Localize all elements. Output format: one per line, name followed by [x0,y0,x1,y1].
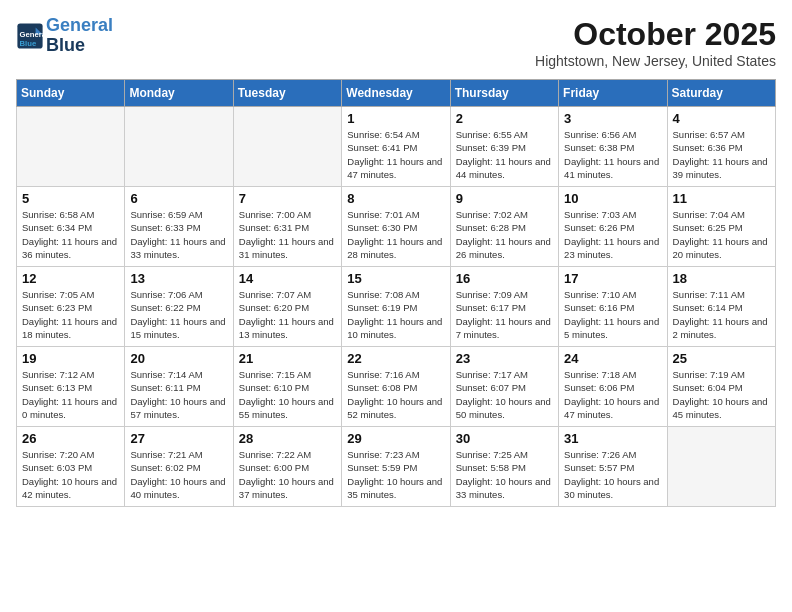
day-number: 30 [456,431,553,446]
page-header: General Blue GeneralBlue October 2025 Hi… [16,16,776,69]
day-info: Sunrise: 6:57 AM Sunset: 6:36 PM Dayligh… [673,128,770,181]
weekday-header-monday: Monday [125,80,233,107]
day-number: 20 [130,351,227,366]
day-number: 10 [564,191,661,206]
calendar-cell [17,107,125,187]
day-number: 17 [564,271,661,286]
calendar-cell [667,427,775,507]
day-number: 25 [673,351,770,366]
day-info: Sunrise: 7:08 AM Sunset: 6:19 PM Dayligh… [347,288,444,341]
day-number: 31 [564,431,661,446]
day-info: Sunrise: 7:14 AM Sunset: 6:11 PM Dayligh… [130,368,227,421]
calendar-week-2: 5Sunrise: 6:58 AM Sunset: 6:34 PM Daylig… [17,187,776,267]
day-number: 14 [239,271,336,286]
day-info: Sunrise: 7:02 AM Sunset: 6:28 PM Dayligh… [456,208,553,261]
calendar-cell: 22Sunrise: 7:16 AM Sunset: 6:08 PM Dayli… [342,347,450,427]
day-info: Sunrise: 7:03 AM Sunset: 6:26 PM Dayligh… [564,208,661,261]
day-info: Sunrise: 7:20 AM Sunset: 6:03 PM Dayligh… [22,448,119,501]
day-info: Sunrise: 7:10 AM Sunset: 6:16 PM Dayligh… [564,288,661,341]
day-number: 15 [347,271,444,286]
calendar-cell: 8Sunrise: 7:01 AM Sunset: 6:30 PM Daylig… [342,187,450,267]
day-info: Sunrise: 7:06 AM Sunset: 6:22 PM Dayligh… [130,288,227,341]
day-number: 2 [456,111,553,126]
weekday-header-wednesday: Wednesday [342,80,450,107]
day-info: Sunrise: 7:01 AM Sunset: 6:30 PM Dayligh… [347,208,444,261]
day-number: 5 [22,191,119,206]
calendar-cell: 14Sunrise: 7:07 AM Sunset: 6:20 PM Dayli… [233,267,341,347]
day-info: Sunrise: 7:09 AM Sunset: 6:17 PM Dayligh… [456,288,553,341]
calendar-cell: 7Sunrise: 7:00 AM Sunset: 6:31 PM Daylig… [233,187,341,267]
day-number: 19 [22,351,119,366]
day-number: 6 [130,191,227,206]
calendar-cell [233,107,341,187]
day-info: Sunrise: 6:54 AM Sunset: 6:41 PM Dayligh… [347,128,444,181]
calendar-cell: 18Sunrise: 7:11 AM Sunset: 6:14 PM Dayli… [667,267,775,347]
day-number: 21 [239,351,336,366]
day-info: Sunrise: 7:19 AM Sunset: 6:04 PM Dayligh… [673,368,770,421]
day-info: Sunrise: 7:04 AM Sunset: 6:25 PM Dayligh… [673,208,770,261]
calendar-cell: 30Sunrise: 7:25 AM Sunset: 5:58 PM Dayli… [450,427,558,507]
day-number: 3 [564,111,661,126]
calendar-table: SundayMondayTuesdayWednesdayThursdayFrid… [16,79,776,507]
day-number: 8 [347,191,444,206]
day-info: Sunrise: 6:56 AM Sunset: 6:38 PM Dayligh… [564,128,661,181]
location: Hightstown, New Jersey, United States [535,53,776,69]
calendar-cell: 13Sunrise: 7:06 AM Sunset: 6:22 PM Dayli… [125,267,233,347]
logo-text: GeneralBlue [46,16,113,56]
calendar-cell: 15Sunrise: 7:08 AM Sunset: 6:19 PM Dayli… [342,267,450,347]
day-number: 22 [347,351,444,366]
day-info: Sunrise: 7:21 AM Sunset: 6:02 PM Dayligh… [130,448,227,501]
calendar-cell: 17Sunrise: 7:10 AM Sunset: 6:16 PM Dayli… [559,267,667,347]
weekday-header-row: SundayMondayTuesdayWednesdayThursdayFrid… [17,80,776,107]
day-info: Sunrise: 7:25 AM Sunset: 5:58 PM Dayligh… [456,448,553,501]
day-info: Sunrise: 7:22 AM Sunset: 6:00 PM Dayligh… [239,448,336,501]
calendar-cell: 5Sunrise: 6:58 AM Sunset: 6:34 PM Daylig… [17,187,125,267]
day-info: Sunrise: 7:12 AM Sunset: 6:13 PM Dayligh… [22,368,119,421]
calendar-cell: 1Sunrise: 6:54 AM Sunset: 6:41 PM Daylig… [342,107,450,187]
calendar-cell: 27Sunrise: 7:21 AM Sunset: 6:02 PM Dayli… [125,427,233,507]
svg-text:Blue: Blue [20,39,37,48]
calendar-week-4: 19Sunrise: 7:12 AM Sunset: 6:13 PM Dayli… [17,347,776,427]
calendar-cell: 16Sunrise: 7:09 AM Sunset: 6:17 PM Dayli… [450,267,558,347]
day-info: Sunrise: 7:15 AM Sunset: 6:10 PM Dayligh… [239,368,336,421]
day-number: 28 [239,431,336,446]
day-info: Sunrise: 7:00 AM Sunset: 6:31 PM Dayligh… [239,208,336,261]
day-info: Sunrise: 7:26 AM Sunset: 5:57 PM Dayligh… [564,448,661,501]
day-info: Sunrise: 7:11 AM Sunset: 6:14 PM Dayligh… [673,288,770,341]
calendar-cell: 21Sunrise: 7:15 AM Sunset: 6:10 PM Dayli… [233,347,341,427]
day-number: 27 [130,431,227,446]
day-number: 29 [347,431,444,446]
calendar-cell: 11Sunrise: 7:04 AM Sunset: 6:25 PM Dayli… [667,187,775,267]
calendar-week-3: 12Sunrise: 7:05 AM Sunset: 6:23 PM Dayli… [17,267,776,347]
day-info: Sunrise: 7:05 AM Sunset: 6:23 PM Dayligh… [22,288,119,341]
calendar-cell: 31Sunrise: 7:26 AM Sunset: 5:57 PM Dayli… [559,427,667,507]
calendar-cell: 3Sunrise: 6:56 AM Sunset: 6:38 PM Daylig… [559,107,667,187]
calendar-cell: 20Sunrise: 7:14 AM Sunset: 6:11 PM Dayli… [125,347,233,427]
calendar-cell: 2Sunrise: 6:55 AM Sunset: 6:39 PM Daylig… [450,107,558,187]
day-number: 23 [456,351,553,366]
calendar-cell: 24Sunrise: 7:18 AM Sunset: 6:06 PM Dayli… [559,347,667,427]
calendar-cell: 25Sunrise: 7:19 AM Sunset: 6:04 PM Dayli… [667,347,775,427]
calendar-cell: 23Sunrise: 7:17 AM Sunset: 6:07 PM Dayli… [450,347,558,427]
day-info: Sunrise: 6:55 AM Sunset: 6:39 PM Dayligh… [456,128,553,181]
calendar-cell: 28Sunrise: 7:22 AM Sunset: 6:00 PM Dayli… [233,427,341,507]
calendar-cell: 29Sunrise: 7:23 AM Sunset: 5:59 PM Dayli… [342,427,450,507]
day-number: 11 [673,191,770,206]
calendar-week-5: 26Sunrise: 7:20 AM Sunset: 6:03 PM Dayli… [17,427,776,507]
weekday-header-saturday: Saturday [667,80,775,107]
calendar-cell [125,107,233,187]
day-number: 4 [673,111,770,126]
day-info: Sunrise: 7:18 AM Sunset: 6:06 PM Dayligh… [564,368,661,421]
weekday-header-friday: Friday [559,80,667,107]
day-number: 13 [130,271,227,286]
weekday-header-thursday: Thursday [450,80,558,107]
day-number: 16 [456,271,553,286]
day-info: Sunrise: 7:16 AM Sunset: 6:08 PM Dayligh… [347,368,444,421]
day-info: Sunrise: 6:58 AM Sunset: 6:34 PM Dayligh… [22,208,119,261]
calendar-cell: 9Sunrise: 7:02 AM Sunset: 6:28 PM Daylig… [450,187,558,267]
day-number: 7 [239,191,336,206]
day-number: 9 [456,191,553,206]
calendar-cell: 12Sunrise: 7:05 AM Sunset: 6:23 PM Dayli… [17,267,125,347]
day-info: Sunrise: 6:59 AM Sunset: 6:33 PM Dayligh… [130,208,227,261]
calendar-cell: 26Sunrise: 7:20 AM Sunset: 6:03 PM Dayli… [17,427,125,507]
